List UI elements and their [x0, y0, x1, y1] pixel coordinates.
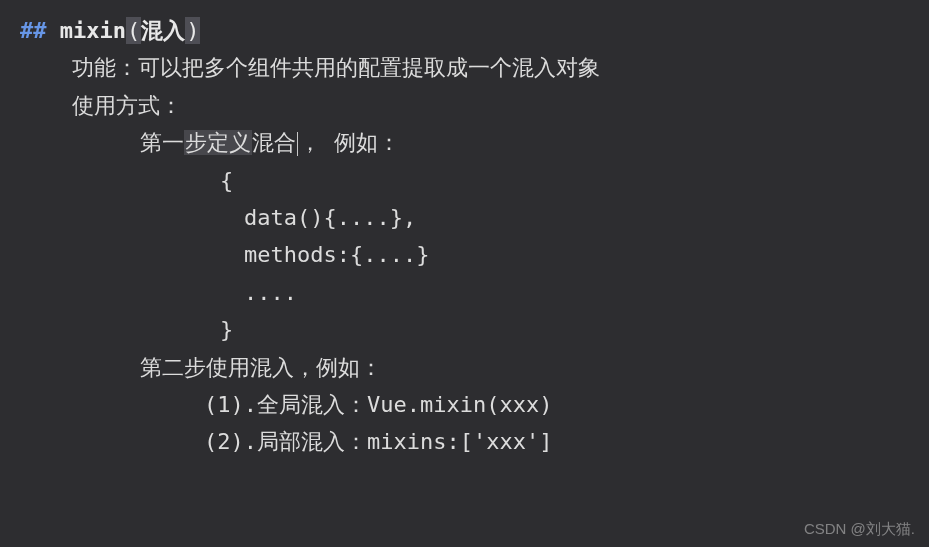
- heading-line: ## mixin(混入): [20, 12, 919, 49]
- heading-title: mixin: [60, 18, 126, 43]
- sub-item-global: (1).全局混入：Vue.mixin(xxx): [204, 386, 919, 423]
- step1-prefix: 第一: [140, 130, 184, 155]
- step-two: 第二步使用混入，例如：: [140, 349, 919, 386]
- usage-line: 使用方式：: [72, 87, 919, 124]
- code-dots: ....: [244, 274, 919, 311]
- step1-mid: 混合: [252, 130, 296, 155]
- step1-comma: ，: [299, 130, 321, 155]
- watermark-text: CSDN @刘大猫.: [804, 516, 915, 542]
- text-cursor: [297, 132, 298, 156]
- function-line: 功能：可以把多个组件共用的配置提取成一个混入对象: [72, 49, 919, 86]
- markdown-hash: ##: [20, 18, 47, 43]
- sub-item-local: (2).局部混入：mixins:['xxx']: [204, 423, 919, 460]
- code-close-brace: }: [220, 311, 919, 348]
- code-methods-line: methods:{....}: [244, 236, 919, 273]
- bracket-close: ): [185, 17, 200, 44]
- code-data-line: data(){....},: [244, 199, 919, 236]
- code-open-brace: {: [220, 162, 919, 199]
- step1-suffix: 例如：: [334, 130, 400, 155]
- heading-cn: 混入: [141, 18, 185, 43]
- step1-highlight: 步定义: [184, 130, 252, 155]
- step-one: 第一步定义混合， 例如：: [140, 124, 919, 161]
- bracket-open: (: [126, 17, 141, 44]
